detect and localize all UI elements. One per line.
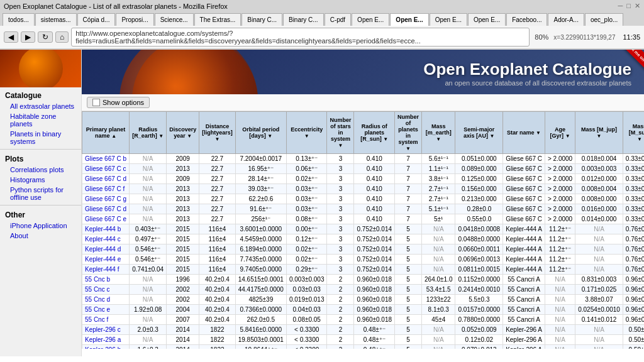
sidebar-item-about[interactable]: About [0, 231, 81, 241]
page-title: Open Exoplanet Catalogue [94, 60, 631, 79]
cell-distance: 22.7 [199, 204, 236, 214]
column-header-age[interactable]: Age [Gyr] ▼ [545, 112, 575, 154]
column-header-radius_earth[interactable]: Radius [R_earth] ▼ [130, 112, 167, 154]
cell-semi_major: 0.051±0.000 [455, 154, 503, 164]
cell-name[interactable]: Kepler-444 f [82, 265, 130, 275]
minimize-btn[interactable]: ─ [618, 2, 623, 10]
column-header-mass_sun[interactable]: Mass [M_sun] ▼ [623, 112, 644, 154]
column-header-star_name[interactable]: Star name ▼ [503, 112, 545, 154]
browser-tab[interactable]: C-pdf [325, 13, 351, 26]
cell-name[interactable]: Kepler-444 d [82, 244, 130, 255]
planet-name-link[interactable]: Gliese 667 C d [85, 206, 126, 212]
browser-tab[interactable]: The Extras... [194, 13, 242, 26]
browser-tab[interactable]: Open E... [430, 13, 467, 26]
cell-name[interactable]: Gliese 667 C g [82, 194, 130, 204]
planet-name-link[interactable]: Gliese 667 C e [85, 216, 126, 222]
planet-name-link[interactable]: 55 Cnc f [85, 316, 108, 323]
reload-button[interactable]: ↻ [38, 31, 53, 43]
github-badge[interactable]: Fork me on GitHub [594, 50, 644, 94]
sidebar-item-habitable[interactable]: Habitable zone planets [0, 111, 81, 129]
back-button[interactable]: ◀ [4, 31, 18, 43]
column-header-num_stars[interactable]: Number of stars in system ▼ [327, 112, 354, 154]
column-header-name[interactable]: Primary planet name ▲ [82, 112, 130, 154]
browser-tab[interactable]: Faceboo... [506, 13, 547, 26]
cell-name[interactable]: 55 Cnc e [82, 305, 130, 315]
browser-tab[interactable]: Open E... [468, 13, 506, 26]
planet-name-link[interactable]: Kepler-444 d [85, 246, 121, 253]
planet-name-link[interactable]: 55 Cnc e [85, 306, 110, 313]
sidebar-item-correlations[interactable]: Correlations plots [0, 165, 81, 175]
cell-name[interactable]: Gliese 667 C b [82, 154, 130, 164]
planet-name-link[interactable]: Kepler-444 b [85, 226, 121, 233]
planet-name-link[interactable]: Gliese 667 C c [85, 165, 126, 172]
planet-name-link[interactable]: 55 Cnc b [85, 276, 110, 283]
planet-name-link[interactable]: Kepler-444 e [85, 256, 121, 263]
planet-name-link[interactable]: Kepler-444 f [85, 266, 119, 273]
forward-button[interactable]: ▶ [21, 31, 35, 43]
browser-tab[interactable]: Open E... [352, 13, 389, 26]
cell-mass_earth: 2.7±¹⁻¹ [422, 194, 455, 204]
column-header-num_planets[interactable]: Number of planets in system ▼ [395, 112, 422, 154]
browser-tab[interactable]: Proposi... [116, 13, 153, 26]
column-header-period[interactable]: Orbital period [days] ▼ [235, 112, 286, 154]
planets-table-wrapper[interactable]: Primary planet name ▲Radius [R_earth] ▼D… [82, 111, 644, 349]
sidebar-item-iphone[interactable]: iPhone Application [0, 221, 81, 231]
browser-tab[interactable]: todos... [3, 13, 35, 26]
column-header-disc_year[interactable]: Discovery year ▼ [167, 112, 199, 154]
cell-name[interactable]: Kepler-296 b [82, 345, 130, 349]
maximize-btn[interactable]: □ [626, 2, 631, 10]
cell-name[interactable]: 55 Cnc c [82, 285, 130, 295]
browser-tab[interactable]: Cópia d... [77, 13, 116, 26]
cell-num_stars: 3 [327, 194, 354, 204]
cell-name[interactable]: Gliese 667 C d [82, 204, 130, 214]
column-header-radius_sun[interactable]: Radius of planets [R_sun] ▼ [354, 112, 395, 154]
browser-tab[interactable]: Science... [155, 13, 194, 26]
column-header-mass_earth[interactable]: Mass [m_earth] ▼ [422, 112, 455, 154]
browser-tab[interactable]: Binary C... [242, 13, 282, 26]
column-header-eccentricity[interactable]: Eccentricity ▼ [286, 112, 327, 154]
planet-name-link[interactable]: Gliese 667 C f [85, 185, 125, 192]
planet-name-link[interactable]: 55 Cnc c [85, 286, 109, 293]
cell-name[interactable]: Gliese 667 C d [82, 174, 130, 184]
planet-name-link[interactable]: Kepler-444 c [85, 236, 121, 243]
sidebar-item-all-extrasolar[interactable]: All extrasolar planets [0, 101, 81, 111]
sidebar-item-binary[interactable]: Planets in binary systems [0, 129, 81, 146]
sidebar-item-python[interactable]: Python scripts for offline use [0, 185, 81, 202]
cell-name[interactable]: 55 Cnc f [82, 315, 130, 325]
sidebar-item-histograms[interactable]: Histograms [0, 175, 81, 185]
planet-name-link[interactable]: Gliese 667 C d [85, 175, 126, 182]
browser-tab[interactable]: Ador-A... [548, 13, 584, 26]
cell-num_stars: 2 [327, 345, 354, 349]
close-btn[interactable]: ✕ [635, 2, 640, 10]
planet-name-link[interactable]: Kepler-296 c [85, 326, 121, 333]
browser-tab[interactable]: sistemas... [35, 13, 77, 26]
column-header-semi_major[interactable]: Semi-major axis [AU] ▼ [455, 112, 503, 154]
cell-name[interactable]: Gliese 667 C e [82, 214, 130, 224]
planet-name-link[interactable]: 55 Cnc d [85, 296, 110, 303]
cell-name[interactable]: Kepler-444 e [82, 255, 130, 265]
catalogue-links: All extrasolar planetsHabitable zone pla… [0, 101, 81, 146]
cell-name[interactable]: Gliese 667 C c [82, 164, 130, 174]
cell-name[interactable]: Kepler-444 b [82, 224, 130, 234]
home-button[interactable]: ⌂ [55, 31, 69, 43]
browser-tab[interactable]: oec_plo... [585, 13, 623, 26]
cell-name[interactable]: 55 Cnc b [82, 275, 130, 285]
cell-name[interactable]: Kepler-296 c [82, 325, 130, 335]
browser-tab[interactable]: Open E... [390, 13, 428, 26]
browser-tab[interactable]: Binary C... [283, 13, 324, 26]
sidebar-divider-2 [0, 205, 81, 206]
column-header-mass_jup[interactable]: Mass [M_jup] ▼ [575, 112, 623, 154]
cell-name[interactable]: Gliese 667 C f [82, 184, 130, 194]
column-header-distance[interactable]: Distance [lightyears] ▼ [199, 112, 236, 154]
show-options-button[interactable]: Show options [87, 97, 150, 108]
cell-age: N/A [545, 335, 575, 345]
cell-name[interactable]: Kepler-296 a [82, 335, 130, 345]
url-bar[interactable]: http://www.openexoplanetcatalogue.com/sy… [71, 28, 530, 47]
planet-name-link[interactable]: Gliese 667 C b [85, 155, 126, 162]
cell-name[interactable]: 55 Cnc d [82, 295, 130, 305]
planet-name-link[interactable]: Kepler-296 b [85, 346, 121, 349]
cell-name[interactable]: Kepler-444 c [82, 234, 130, 244]
cell-age: > 2.0000 [545, 194, 575, 204]
planet-name-link[interactable]: Kepler-296 a [85, 336, 121, 343]
planet-name-link[interactable]: Gliese 667 C g [85, 195, 126, 202]
